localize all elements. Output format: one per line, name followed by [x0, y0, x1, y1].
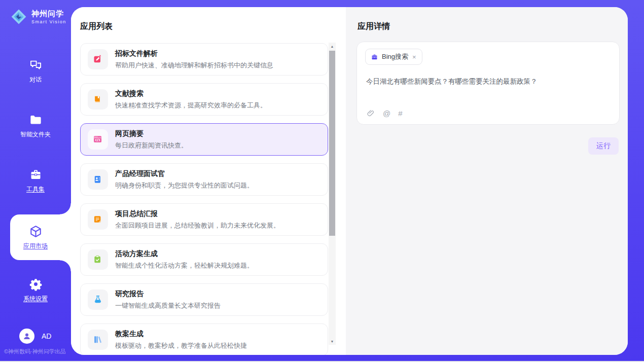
app-window: 神州问学 Smart Vision 对话 智能文件夹: [0, 0, 644, 361]
book-icon: [93, 94, 103, 104]
app-list-title: 应用列表: [80, 21, 346, 32]
sidebar: 神州问学 Smart Vision 对话 智能文件夹: [0, 0, 71, 361]
app-detail-panel: 应用详情 Bing搜索 × 今日湖北有哪些新闻要点？有哪些需要关注的最新政策？: [346, 7, 628, 355]
app-card-literature-search[interactable]: 文献搜索 快速精准查找学术资源，提高研究效率的必备工具。: [80, 83, 328, 116]
app-icon-frame: [88, 209, 108, 230]
run-button[interactable]: 运行: [588, 137, 619, 155]
app-card-event-plan[interactable]: 活动方案生成 智能生成个性化活动方案，轻松解决规划难题。: [80, 243, 328, 276]
sidebar-item-chat[interactable]: 对话: [0, 53, 71, 89]
chat-icon: [29, 58, 43, 72]
app-card-desc: 一键智能生成高质量长文本研究报告: [115, 301, 221, 310]
app-list-panel: 应用列表 招标文件解析 帮助用户快速: [71, 7, 346, 355]
app-subtitle: Smart Vision: [31, 19, 66, 24]
app-icon-frame: [88, 49, 108, 69]
browser-code-icon: [93, 134, 103, 144]
app-icon-frame: [88, 89, 108, 110]
app-card-project-summary[interactable]: 项目总结汇报 全面回顾项目进展，总结经验教训，助力未来优化发展。: [80, 203, 328, 236]
folder-icon: [29, 113, 43, 127]
sidebar-item-settings[interactable]: 系统设置: [0, 272, 71, 308]
app-card-title: 活动方案生成: [115, 249, 254, 259]
app-card-desc: 模板驱动，教案秒成，教学准备从此轻松快捷: [115, 341, 247, 350]
app-card-title: 产品经理面试官: [115, 169, 254, 178]
cube-icon: [29, 225, 43, 238]
app-card-desc: 每日政府新闻资讯快查。: [115, 141, 188, 150]
app-icon-frame: [88, 249, 108, 270]
app-card-desc: 帮助用户快速、准确地理解和解析招标书中的关键信息: [115, 61, 273, 70]
sidebar-item-label: 工具集: [26, 185, 45, 194]
prompt-text[interactable]: 今日湖北有哪些新闻要点？有哪些需要关注的最新政策？: [366, 77, 610, 87]
flask-icon: [93, 295, 103, 305]
content-area: 应用列表 招标文件解析 帮助用户快速: [71, 7, 628, 355]
app-card-title: 文献搜索: [115, 89, 267, 98]
app-name: 神州问学: [31, 9, 66, 19]
list-scrollbar[interactable]: ▲ ▼: [329, 43, 336, 345]
prompt-card[interactable]: Bing搜索 × 今日湖北有哪些新闻要点？有哪些需要关注的最新政策？ @ #: [356, 42, 620, 125]
edit-document-icon: [93, 54, 103, 64]
note-icon: [93, 214, 103, 225]
interviewer-icon: [93, 174, 103, 185]
briefcase-icon: [371, 53, 378, 61]
app-card-research-report[interactable]: 研究报告 一键智能生成高质量长文本研究报告: [80, 283, 328, 316]
tool-chip-label: Bing搜索: [382, 52, 408, 61]
hash-icon[interactable]: #: [398, 109, 402, 118]
user-initials: AD: [42, 332, 51, 340]
app-logo: 神州问学 Smart Vision: [10, 8, 66, 25]
mention-icon[interactable]: @: [383, 109, 390, 118]
app-card-desc: 智能生成个性化活动方案，轻松解决规划难题。: [115, 261, 254, 270]
app-card-pm-interviewer[interactable]: 产品经理面试官 明确身份和职责，为您提供专业性的面试问题。: [80, 163, 328, 196]
sidebar-item-toolkit[interactable]: 工具集: [0, 162, 71, 199]
sidebar-item-label: 应用市场: [23, 242, 48, 250]
scrollbar-thumb[interactable]: [329, 51, 335, 236]
books-icon: [93, 335, 103, 345]
gear-icon: [29, 277, 43, 291]
app-card-desc: 全面回顾项目进展，总结经验教训，助力未来优化发展。: [115, 221, 280, 230]
app-icon-frame: [88, 289, 108, 310]
composer-toolbar: @ #: [366, 108, 403, 118]
app-icon-frame: [88, 129, 108, 150]
logo-diamond-icon: [10, 8, 27, 25]
app-card-bid-parsing[interactable]: 招标文件解析 帮助用户快速、准确地理解和解析招标书中的关键信息: [80, 43, 328, 76]
app-card-desc: 快速精准查找学术资源，提高研究效率的必备工具。: [115, 101, 267, 110]
sidebar-item-label: 智能文件夹: [20, 130, 51, 139]
user-account[interactable]: AD: [19, 329, 51, 344]
app-card-title: 网页摘要: [115, 129, 188, 138]
app-detail-title: 应用详情: [357, 21, 628, 32]
avatar: [19, 329, 34, 344]
sidebar-item-smart-folder[interactable]: 智能文件夹: [0, 107, 71, 144]
sidebar-item-label: 对话: [29, 76, 42, 84]
sidebar-item-app-market[interactable]: 应用市场: [0, 219, 71, 256]
tool-chip-bing-search[interactable]: Bing搜索 ×: [365, 49, 422, 65]
sidebar-item-label: 系统设置: [23, 295, 48, 303]
attachment-icon[interactable]: [366, 108, 375, 118]
chip-close-icon[interactable]: ×: [412, 54, 417, 60]
app-icon-frame: [88, 169, 108, 190]
briefcase-icon: [29, 168, 43, 182]
scrollbar-down-arrow[interactable]: ▼: [329, 338, 336, 345]
app-card-lesson-plan[interactable]: 教案生成 模板驱动，教案秒成，教学准备从此轻松快捷: [80, 323, 328, 355]
scrollbar-up-arrow[interactable]: ▲: [329, 43, 336, 50]
app-card-title: 教案生成: [115, 330, 247, 339]
app-card-title: 研究报告: [115, 289, 221, 299]
copyright-text: ©神州数码·神州问学出品: [4, 348, 71, 355]
app-card-desc: 明确身份和职责，为您提供专业性的面试问题。: [115, 181, 254, 190]
app-card-web-summary[interactable]: 网页摘要 每日政府新闻资讯快查。: [80, 123, 328, 156]
app-card-list: 招标文件解析 帮助用户快速、准确地理解和解析招标书中的关键信息: [80, 43, 328, 355]
app-card-title: 招标文件解析: [115, 49, 273, 58]
clipboard-check-icon: [93, 255, 103, 265]
app-card-title: 项目总结汇报: [115, 209, 280, 219]
app-icon-frame: [88, 330, 108, 350]
